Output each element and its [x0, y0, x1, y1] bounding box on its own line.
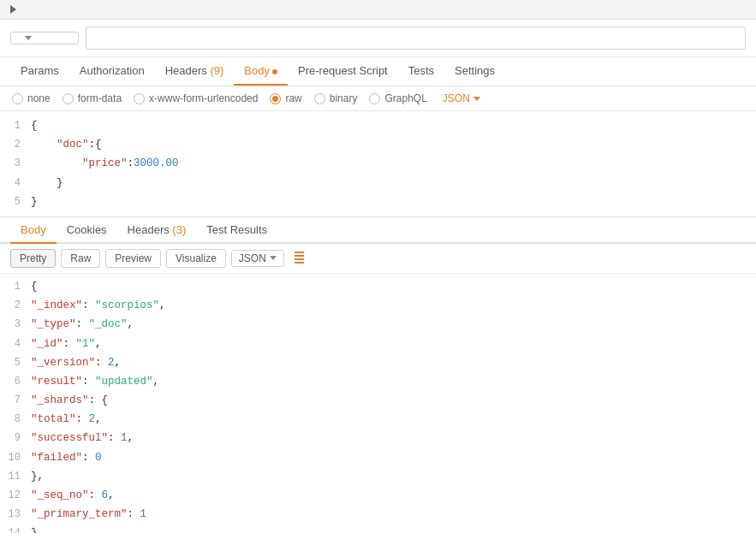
tab-dot — [272, 69, 277, 74]
line-number: 6 — [0, 374, 31, 390]
json-label: JSON — [443, 92, 470, 104]
response-code-line: 12 "_seq_no": 6, — [0, 486, 756, 505]
code-token: 2 — [108, 357, 115, 369]
top-bar — [0, 0, 756, 20]
response-code-line: 7 "_shards": { — [0, 391, 756, 410]
code-content: { — [31, 278, 756, 295]
code-token: 6 — [102, 489, 109, 501]
request-tab-tests[interactable]: Tests — [398, 57, 444, 86]
radio-label: x-www-form-urlencoded — [149, 92, 258, 104]
code-token: "_type" — [31, 318, 76, 330]
code-token: "failed" — [31, 452, 82, 464]
code-token: 0 — [95, 452, 102, 464]
code-token: "_id" — [31, 338, 63, 350]
code-content: "successful": 1, — [31, 429, 756, 447]
code-content: "_id": "1", — [31, 335, 756, 352]
request-tab-params[interactable]: Params — [10, 57, 69, 86]
code-token: : — [63, 338, 76, 350]
code-token: , — [153, 376, 160, 388]
code-token: "_primary_term" — [31, 508, 128, 520]
radio-circle — [12, 93, 23, 104]
radio-label: raw — [285, 92, 301, 104]
code-token: : — [76, 318, 89, 330]
response-code-line: 8 "total": 2, — [0, 410, 756, 429]
radio-option-x-www-form-urlencoded[interactable]: x-www-form-urlencoded — [134, 92, 258, 104]
format-button-raw[interactable]: Raw — [61, 249, 100, 268]
line-number: 7 — [0, 393, 31, 409]
method-select[interactable] — [10, 32, 79, 44]
radio-option-raw[interactable]: raw — [270, 92, 301, 104]
request-code-line: 5} — [0, 192, 756, 211]
response-tab-body[interactable]: Body — [10, 217, 57, 244]
code-token: 2 — [89, 413, 96, 425]
json-chevron-icon — [473, 97, 480, 101]
expand-icon[interactable] — [10, 5, 16, 14]
response-code-line: 13 "_primary_term": 1 — [0, 505, 756, 524]
code-token: 1 — [121, 432, 128, 444]
code-token: : { — [89, 394, 109, 406]
code-content: }, — [31, 468, 756, 485]
response-format-select[interactable]: JSON — [231, 250, 284, 267]
request-tab-settings[interactable]: Settings — [444, 57, 505, 86]
radio-label: GraphQL — [384, 92, 426, 104]
radio-option-GraphQL[interactable]: GraphQL — [369, 92, 426, 104]
code-content: } — [31, 524, 756, 533]
line-number: 3 — [0, 156, 31, 172]
code-content: "_shards": { — [31, 392, 756, 409]
code-content: "failed": 0 — [31, 449, 756, 466]
response-format-bar: PrettyRawPreviewVisualizeJSON≣ — [0, 244, 756, 274]
response-code-line: 9 "successful": 1, — [0, 429, 756, 447]
line-number: 4 — [0, 336, 31, 352]
request-tab-authorization[interactable]: Authorization — [69, 57, 155, 86]
request-body-panel: 1{2 "doc":{3 "price":3000.004 }5} — [0, 111, 756, 217]
code-content: "total": 2, — [31, 411, 756, 428]
format-button-pretty[interactable]: Pretty — [10, 249, 56, 268]
radio-circle — [314, 93, 325, 104]
radio-option-none[interactable]: none — [12, 92, 51, 104]
code-token: , — [95, 338, 102, 350]
radio-option-binary[interactable]: binary — [314, 92, 358, 104]
line-number: 10 — [0, 450, 31, 466]
radio-option-form-data[interactable]: form-data — [63, 92, 122, 104]
response-tab-cookies[interactable]: Cookies — [57, 217, 117, 244]
response-code-line: 11 }, — [0, 467, 756, 486]
line-number: 5 — [0, 194, 31, 210]
request-tab-body[interactable]: Body — [234, 57, 288, 86]
code-token: "_seq_no" — [31, 489, 89, 501]
code-token: 1 — [140, 508, 147, 520]
radio-circle — [134, 93, 145, 104]
request-code-line: 3 "price":3000.00 — [0, 154, 756, 173]
code-token: , — [159, 299, 166, 311]
wrap-lines-icon[interactable]: ≣ — [293, 249, 306, 268]
radio-options-bar: noneform-datax-www-form-urlencodedrawbin… — [0, 86, 756, 111]
tab-badge: (9) — [207, 64, 224, 77]
line-number: 2 — [0, 137, 31, 153]
code-token: "1" — [76, 338, 96, 350]
format-button-preview[interactable]: Preview — [105, 249, 161, 268]
response-tab-test-results[interactable]: Test Results — [196, 217, 277, 244]
response-tab-headers[interactable]: Headers (3) — [117, 217, 197, 244]
code-token: "total" — [31, 413, 76, 425]
response-tab-badge: (3) — [170, 223, 187, 236]
line-number: 1 — [0, 279, 31, 295]
code-content: "_version": 2, — [31, 354, 756, 371]
response-code-line: 1{ — [0, 277, 756, 296]
line-number: 14 — [0, 525, 31, 533]
format-button-visualize[interactable]: Visualize — [166, 249, 226, 268]
code-token: : — [108, 432, 121, 444]
url-input[interactable] — [86, 27, 746, 50]
request-tab-headers[interactable]: Headers (9) — [155, 57, 235, 86]
request-tab-pre-request-script[interactable]: Pre-request Script — [288, 57, 398, 86]
chevron-down-icon — [25, 36, 32, 40]
line-number: 13 — [0, 506, 31, 523]
request-tabs-bar: ParamsAuthorizationHeaders (9)BodyPre-re… — [0, 57, 756, 86]
json-type-select[interactable]: JSON — [443, 92, 480, 104]
code-content: } — [31, 193, 756, 210]
code-content: { — [31, 117, 756, 134]
response-code-line: 4 "_id": "1", — [0, 335, 756, 353]
code-token: "_shards" — [31, 394, 89, 406]
response-code-line: 5 "_version": 2, — [0, 353, 756, 372]
code-token: , — [115, 357, 122, 369]
code-content: "_index": "scorpios", — [31, 297, 756, 314]
code-token: : — [95, 357, 108, 369]
